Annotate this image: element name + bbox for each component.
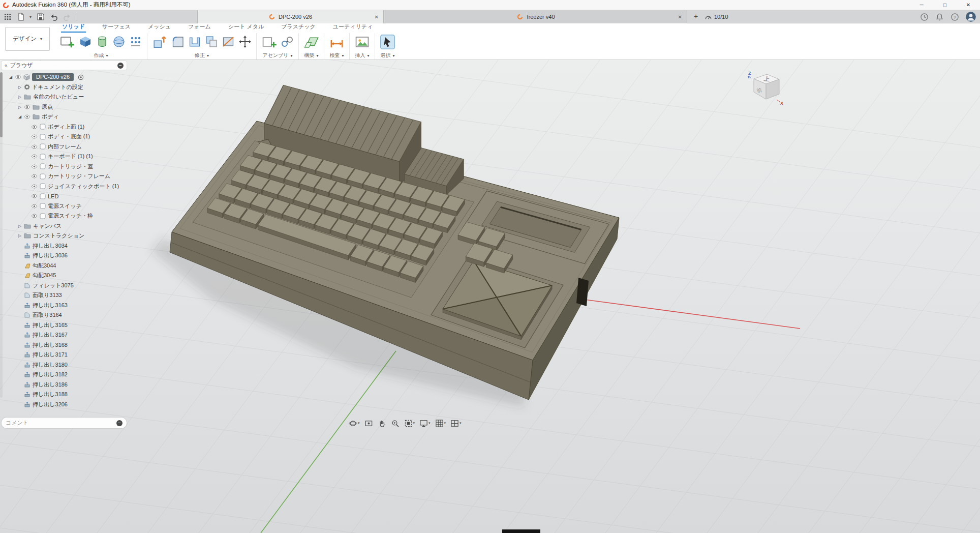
ribbon-tab-form[interactable]: フォーム <box>187 23 212 33</box>
visibility-eye-icon[interactable] <box>31 194 38 198</box>
comment-bar[interactable]: コメント − <box>2 418 127 428</box>
primitive-cylinder-icon[interactable] <box>96 35 109 48</box>
primitive-sphere-icon[interactable] <box>112 35 126 48</box>
browser-row[interactable]: ◢ボディ <box>2 112 127 122</box>
browser-row[interactable]: 押し出し3163 <box>2 301 127 311</box>
visibility-eye-icon[interactable] <box>31 154 38 159</box>
close-button[interactable]: ✕ <box>957 0 980 10</box>
browser-row[interactable]: ▷キャンバス <box>2 221 127 231</box>
notifications-bell-icon[interactable] <box>935 13 944 21</box>
ribbon-group-label[interactable]: 構築▾ <box>304 52 318 59</box>
browser-row[interactable]: ▷ドキュメントの設定 <box>2 82 127 93</box>
minimize-button[interactable]: ─ <box>910 0 933 10</box>
collapse-panel-icon[interactable]: « <box>5 63 8 68</box>
browser-row[interactable]: 電源スイッチ <box>2 201 127 212</box>
combine-icon[interactable] <box>205 35 218 48</box>
browser-row[interactable]: カートリッジ・フレーム <box>2 171 127 182</box>
browser-row[interactable]: 押し出し3036 <box>2 251 127 261</box>
visibility-eye-icon[interactable] <box>31 134 38 139</box>
tab-close-icon[interactable]: ✕ <box>375 14 379 20</box>
activate-component-radio[interactable] <box>78 74 84 80</box>
browser-row[interactable]: LED <box>2 191 127 201</box>
browser-row[interactable]: 押し出し3034 <box>2 241 127 251</box>
look-at-button[interactable] <box>363 418 375 429</box>
ribbon-tab-utility[interactable]: ユーティリティ <box>332 23 374 33</box>
scene-svg[interactable] <box>0 60 980 533</box>
split-icon[interactable] <box>222 35 235 48</box>
ribbon-group-label[interactable]: 検査▾ <box>329 52 344 59</box>
browser-row[interactable]: 押し出し3168 <box>2 340 127 350</box>
primitive-box-icon[interactable] <box>79 35 92 48</box>
visibility-eye-icon[interactable] <box>24 105 30 109</box>
pattern-icon[interactable] <box>129 35 142 48</box>
visibility-eye-icon[interactable] <box>31 144 38 149</box>
tab-close-icon[interactable]: ✕ <box>678 14 682 20</box>
browser-row[interactable]: 押し出し3186 <box>2 380 127 390</box>
ribbon-group-label[interactable]: 挿入▾ <box>355 52 369 59</box>
fillet-icon[interactable] <box>171 35 185 48</box>
visibility-eye-icon[interactable] <box>31 174 38 179</box>
browser-row[interactable]: 押し出し3180 <box>2 360 127 370</box>
ribbon-tab-surface[interactable]: サーフェス <box>101 23 132 33</box>
browser-row[interactable]: 勾配3044 <box>2 261 127 271</box>
insert-image-icon[interactable] <box>354 34 370 50</box>
ribbon-tab-sheetmetal[interactable]: シート メタル <box>227 23 265 33</box>
sync-status-icon[interactable] <box>920 13 929 21</box>
expand-arrow-icon[interactable]: ▷ <box>17 224 23 228</box>
ribbon-tab-solid[interactable]: ソリッド <box>61 23 86 33</box>
browser-row[interactable]: カートリッジ・蓋 <box>2 162 127 172</box>
measure-icon[interactable] <box>329 34 345 50</box>
ribbon-group-label[interactable]: 作成▾ <box>94 52 108 59</box>
browser-row[interactable]: 勾配3045 <box>2 271 127 281</box>
save-icon[interactable] <box>36 13 45 21</box>
user-avatar[interactable] <box>966 12 976 22</box>
visibility-eye-icon[interactable] <box>31 204 38 209</box>
workspace-switcher[interactable]: デザイン▾ <box>5 27 50 51</box>
expand-arrow-icon[interactable]: ▷ <box>17 233 23 238</box>
move-icon[interactable] <box>238 35 252 48</box>
new-component-icon[interactable] <box>261 34 277 50</box>
grid-settings-button[interactable]: ▾ <box>434 418 448 429</box>
file-menu-caret-icon[interactable]: ▾ <box>29 15 32 19</box>
hide-comment-icon[interactable]: − <box>116 420 122 426</box>
browser-row[interactable]: 面取り3133 <box>2 290 127 301</box>
visibility-eye-icon[interactable] <box>31 164 38 169</box>
orbit-button[interactable]: ▾ <box>347 418 361 429</box>
visibility-eye-icon[interactable] <box>15 75 21 79</box>
browser-root-row[interactable]: ◢DPC-200 v26 <box>2 72 127 82</box>
pan-button[interactable] <box>376 418 388 429</box>
app-grid-icon[interactable] <box>3 13 12 21</box>
ribbon-tab-mesh[interactable]: メッシュ <box>147 23 172 33</box>
browser-row[interactable]: ▷原点 <box>2 102 127 112</box>
collapse-arrow-icon[interactable]: ◢ <box>17 114 23 119</box>
ribbon-group-label[interactable]: アセンブリ▾ <box>262 52 292 59</box>
ribbon-tab-plastic[interactable]: プラスチック <box>280 23 317 33</box>
visibility-eye-icon[interactable] <box>31 214 38 218</box>
browser-row[interactable]: フィレット3075 <box>2 281 127 291</box>
expand-arrow-icon[interactable]: ▷ <box>17 85 23 90</box>
redo-icon[interactable] <box>63 13 71 21</box>
visibility-eye-icon[interactable] <box>31 125 38 129</box>
browser-row[interactable]: 押し出し3167 <box>2 330 127 340</box>
undo-icon[interactable] <box>49 13 58 21</box>
viewport-3d[interactable]: « ブラウザ − ◢DPC-200 v26▷ドキュメントの設定▷名前の付いたビュ… <box>0 60 980 533</box>
new-tab-button[interactable]: + <box>691 12 700 21</box>
zoom-button[interactable] <box>389 418 401 429</box>
job-status-indicator[interactable]: 10/10 <box>705 10 728 23</box>
browser-row[interactable]: ボディ上面 (1) <box>2 122 127 132</box>
expand-arrow-icon[interactable]: ▷ <box>17 95 23 99</box>
joint-icon[interactable] <box>281 35 294 48</box>
shell-icon[interactable] <box>188 35 201 48</box>
expand-arrow-icon[interactable]: ▷ <box>17 105 23 109</box>
browser-row[interactable]: 押し出し3206 <box>2 400 127 410</box>
hide-panel-icon[interactable]: − <box>117 63 124 69</box>
browser-row[interactable]: 電源スイッチ・枠 <box>2 211 127 221</box>
ribbon-group-label[interactable]: 修正▾ <box>195 52 209 59</box>
display-settings-button[interactable]: ▾ <box>418 418 432 429</box>
browser-row[interactable]: 面取り3164 <box>2 310 127 320</box>
browser-row[interactable]: 押し出し3165 <box>2 320 127 331</box>
browser-row[interactable]: キーボード (1) (1) <box>2 152 127 162</box>
ribbon-group-label[interactable]: 選択▾ <box>380 52 394 59</box>
fit-view-button[interactable]: ▾ <box>403 418 417 429</box>
help-icon[interactable]: ? <box>951 13 959 21</box>
